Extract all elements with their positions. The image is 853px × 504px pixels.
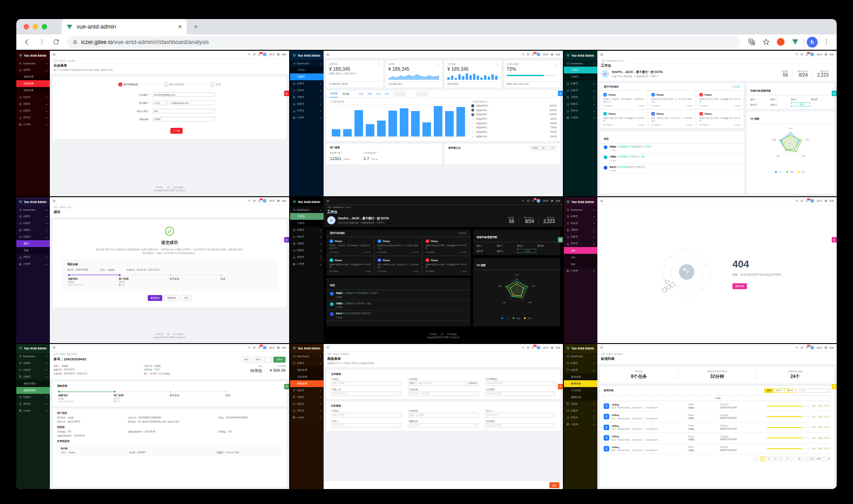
sidebar-item-详情页[interactable]: 详情页▾ [290, 94, 324, 101]
sidebar-item-异常页[interactable]: 异常页▾ [564, 107, 597, 114]
globe-icon[interactable] [277, 53, 280, 56]
account-type-select[interactable]: 支付宝 ▾ [152, 101, 168, 105]
sidebar-item-详情页[interactable]: 详情页▾ [290, 394, 324, 401]
sidebar-item-Dashboard[interactable]: Dashboard▴ [290, 60, 324, 67]
sidebar-item-小组件[interactable]: 小组件▾ [16, 261, 50, 267]
sidebar-item-高级表单[interactable]: 高级表单 [290, 380, 324, 387]
page-5[interactable]: 5 [785, 456, 790, 461]
sidebar-item-Dashboard[interactable]: Dashboard▾ [290, 353, 324, 360]
sidebar-item-基础表单[interactable]: 基础表单 [290, 367, 324, 373]
activity-seg[interactable]: 高逼格设计天团 [619, 155, 634, 158]
sidebar-item-小组件[interactable]: 小组件▾ [564, 421, 597, 428]
sidebar-item-搜索列表[interactable]: 搜索列表 [564, 394, 597, 401]
edit-link[interactable]: 编辑 [819, 405, 823, 407]
notification-bell[interactable]: 12 [805, 199, 808, 203]
user-avatar[interactable] [537, 199, 540, 203]
quick-add-button[interactable]: ＋ 添加 [791, 102, 810, 107]
secondary-button[interactable]: 查看项目 [165, 295, 179, 301]
notification-bell[interactable]: 12 [532, 199, 534, 203]
page-⋯[interactable]: ⋯ [790, 456, 795, 461]
theme-settings-button[interactable] [832, 237, 837, 242]
field-input[interactable]: ¥ 5000 [152, 117, 215, 121]
new-tab-button[interactable] [189, 20, 202, 33]
field-input[interactable]: 请选择责任人▾ [331, 423, 402, 428]
search-icon[interactable] [795, 53, 798, 56]
action-button[interactable]: 操作 [253, 357, 263, 363]
help-icon[interactable] [800, 53, 803, 56]
sidebar-item-小组件[interactable]: 小组件▾ [290, 414, 324, 421]
field-input[interactable]: 请选择任务类型▾ [485, 423, 556, 428]
quick-op-操作一[interactable]: 操作一 [751, 98, 770, 101]
more-link[interactable]: 更多 ▾ [824, 437, 830, 439]
globe-icon[interactable] [824, 53, 827, 56]
kebab-menu-icon[interactable] [820, 36, 832, 48]
sidebar-item-表单页[interactable]: 表单页▾ [16, 360, 50, 367]
back-home-button[interactable]: 返回首页 [732, 283, 747, 289]
sidebar-item-异常页[interactable]: 异常页▴ [564, 240, 597, 247]
language-label[interactable]: 简体 [282, 346, 286, 349]
range-今日[interactable]: 今日 [359, 92, 363, 95]
globe-icon[interactable] [277, 199, 280, 202]
page-‹[interactable]: ‹ [754, 456, 759, 461]
sidebar-item-分析页[interactable]: 分析页 [290, 73, 324, 80]
extension-vue-icon[interactable] [789, 36, 801, 48]
sidebar-item-高级详情页[interactable]: 高级详情页 [16, 387, 50, 394]
activity-seg[interactable]: 项目进展 [619, 166, 627, 168]
sidebar-item-结果页[interactable]: 结果页▾ [16, 107, 50, 114]
profile-avatar[interactable]: h [807, 37, 818, 48]
filter-进行中[interactable]: 进行中 [774, 388, 785, 393]
project-card[interactable]: AAlipay城镇中有那么多的酒馆，她却偏偏走进了我的酒馆科学搬砖组9小时前 [696, 110, 744, 129]
sidebar-item-列表页[interactable]: 列表页▾ [16, 367, 50, 373]
project-card[interactable]: 支Alipay希望是一个好东西，也许是最好的，好东西是不会消亡的科学搬砖组9小时… [326, 237, 374, 256]
help-icon[interactable] [527, 53, 529, 56]
sidebar-item-列表页[interactable]: 列表页▾ [290, 233, 324, 240]
quick-op-操作六[interactable]: 操作六 [771, 103, 790, 106]
sidebar-item-异常页[interactable]: 异常页▾ [290, 407, 324, 414]
sidebar-item-分步表单[interactable]: 分步表单 [16, 80, 50, 87]
sidebar-item-表单页[interactable]: 表单页▾ [290, 227, 324, 233]
sidebar-item-表单页[interactable]: 表单页▴ [16, 67, 50, 73]
bookmark-star-icon[interactable] [760, 36, 772, 48]
search-icon[interactable] [795, 199, 798, 202]
footer-link-pro[interactable]: Pro首页 [156, 186, 163, 189]
globe-icon[interactable] [277, 346, 280, 349]
footer-link-pro[interactable]: Pro首页 [430, 333, 437, 335]
sidebar-item-基础详情页[interactable]: 基础详情页 [16, 380, 50, 387]
date-end-input[interactable]: 结束日期 [416, 92, 428, 96]
linked-value[interactable]: 12421 [154, 368, 160, 371]
all-projects-link[interactable]: 全部项目 [459, 232, 467, 234]
theme-settings-button[interactable] [558, 237, 563, 242]
sidebar-item-小组件[interactable]: 小组件▾ [16, 121, 50, 128]
tab-访问量[interactable]: 访问量 [342, 91, 350, 97]
action-button[interactable]: 操作 [242, 357, 252, 363]
language-label[interactable]: 简体 [282, 199, 286, 202]
search-icon[interactable] [248, 53, 251, 56]
project-card[interactable]: ○Alipay城镇中有那么多的酒馆，她却偏偏走进了我的酒馆科学搬砖组9小时前 [600, 110, 648, 129]
project-group[interactable]: 科学搬砖组 [378, 251, 387, 253]
more-link[interactable]: 更多 ▾ [824, 447, 830, 450]
footer-link-antd[interactable]: Ant Design [173, 333, 183, 335]
tab-销售额[interactable]: 销售额 [330, 90, 338, 97]
sidebar-item-Dashboard[interactable]: Dashboard▾ [16, 353, 50, 360]
sidebar-item-表单页[interactable]: 表单页▾ [564, 360, 597, 367]
sidebar-item-异常页[interactable]: 异常页▾ [16, 114, 50, 121]
help-icon[interactable] [527, 199, 529, 202]
action-button[interactable]: ⋯ [264, 357, 272, 363]
user-avatar[interactable] [263, 346, 267, 349]
sidebar-item-详情页[interactable]: 详情页▴ [16, 373, 50, 380]
globe-icon[interactable] [551, 346, 553, 349]
sidebar-item-结果页[interactable]: 结果页▾ [290, 247, 324, 254]
globe-icon[interactable] [824, 199, 827, 202]
menu-icon[interactable] [600, 346, 603, 349]
sidebar-item-异常页[interactable]: 异常页▾ [564, 414, 597, 421]
more-link[interactable]: 更多 ▾ [824, 405, 830, 407]
project-card[interactable]: WAlipay那是一种内在的东西，他们到达不了，也无法触及的科学搬砖组9小时前 [374, 256, 422, 275]
field-input[interactable]: 开始日期 ~ 结束日期 [408, 392, 479, 396]
field-input[interactable]: 请选择时间 [408, 423, 479, 428]
sidebar-item-高级表单[interactable]: 高级表单 [16, 87, 50, 94]
edit-link[interactable]: 编辑 [819, 447, 823, 450]
sidebar-item-列表页[interactable]: 列表页▾ [564, 220, 597, 227]
list-search-input[interactable]: 请输入 [799, 388, 830, 393]
sidebar-item-Dashboard[interactable]: Dashboard▴ [290, 206, 324, 213]
add-item-button[interactable]: ＋ 添加 [604, 395, 830, 401]
